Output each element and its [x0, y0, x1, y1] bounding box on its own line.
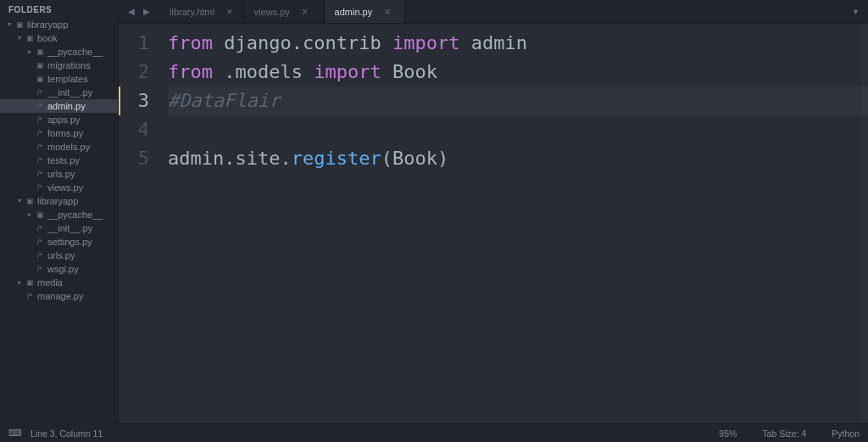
file-icon: /*: [34, 249, 46, 261]
tree-file[interactable]: /*models.py: [0, 140, 118, 154]
tab-close-icon[interactable]: ×: [226, 6, 233, 17]
tab-label: library.html: [170, 7, 214, 17]
folder-icon: ▣: [24, 277, 36, 288]
code-line[interactable]: #DataFlair: [168, 87, 868, 115]
code-line[interactable]: from django.contrib import admin: [168, 29, 868, 58]
file-icon: /*: [34, 182, 46, 193]
tab[interactable]: views.py×: [244, 0, 325, 23]
code-line[interactable]: [168, 115, 868, 144]
tree-file[interactable]: /*apps.py: [0, 113, 118, 126]
tree-item-label: models.py: [46, 141, 90, 153]
tree-item-label: __init__.py: [46, 222, 92, 234]
folder-icon: ▣: [34, 209, 46, 221]
editor-area: ◀ ▶ library.html×views.py×admin.py× ▼ 12…: [119, 0, 868, 423]
file-icon: /*: [34, 127, 46, 139]
tab-close-icon[interactable]: ×: [384, 6, 391, 17]
tree-folder[interactable]: ▸▣__pycache__: [0, 208, 118, 221]
line-number: 1: [119, 29, 149, 58]
status-language[interactable]: Python: [832, 428, 860, 439]
tree-file[interactable]: /*manage.py: [0, 289, 118, 303]
tree-file[interactable]: /*__init__.py: [0, 221, 118, 235]
tree-item-label: __pycache__: [46, 46, 103, 58]
tree-folder[interactable]: ▾▣book: [0, 31, 118, 45]
tree-folder[interactable]: ▣migrations: [0, 59, 118, 72]
nav-forward-icon[interactable]: ▶: [141, 6, 153, 18]
tree-item-label: settings.py: [46, 236, 92, 248]
status-tabsize[interactable]: Tab Size: 4: [762, 428, 806, 439]
file-icon: /*: [34, 236, 46, 248]
file-icon: /*: [24, 290, 36, 302]
file-icon: /*: [34, 222, 46, 234]
status-position: Line 3, Column 11: [31, 428, 103, 439]
tree-item-label: __init__.py: [46, 87, 92, 98]
tree-file[interactable]: /*admin.py: [0, 99, 118, 113]
tree-item-label: manage.py: [36, 290, 83, 302]
tree-file[interactable]: /*wsgi.py: [0, 262, 118, 276]
file-icon: /*: [34, 154, 46, 166]
folder-icon: ▣: [34, 46, 46, 58]
code-line[interactable]: admin.site.register(Book): [168, 144, 868, 173]
tree-item-label: __pycache__: [46, 209, 103, 221]
file-icon: /*: [34, 141, 46, 153]
tab-bar: ◀ ▶ library.html×views.py×admin.py× ▼: [119, 0, 868, 24]
folder-icon: ▣: [34, 73, 46, 85]
status-zoom[interactable]: 95%: [719, 428, 737, 439]
gutter: 12345: [119, 24, 163, 423]
tree-item-label: forms.py: [46, 127, 83, 139]
tab[interactable]: library.html×: [159, 0, 244, 23]
tab[interactable]: admin.py×: [325, 0, 405, 23]
tree-folder[interactable]: ▾▣libraryapp: [0, 18, 118, 31]
tree-item-label: book: [36, 32, 58, 44]
disclosure-arrow-icon[interactable]: ▾: [15, 195, 24, 207]
tree-item-label: urls.py: [46, 249, 75, 261]
line-number: 3: [119, 87, 149, 115]
tree-file[interactable]: /*tests.py: [0, 154, 118, 167]
disclosure-arrow-icon[interactable]: ▸: [15, 277, 24, 288]
tree-file[interactable]: /*settings.py: [0, 235, 118, 249]
tab-label: admin.py: [335, 7, 373, 17]
tree-file[interactable]: /*__init__.py: [0, 86, 118, 99]
line-number: 2: [119, 58, 149, 87]
tree-folder[interactable]: ▸▣__pycache__: [0, 45, 118, 59]
tree-file[interactable]: /*views.py: [0, 181, 118, 194]
folder-icon: ▣: [24, 195, 36, 207]
tree-file[interactable]: /*forms.py: [0, 126, 118, 140]
file-icon: /*: [34, 114, 46, 126]
folder-icon: ▣: [34, 59, 46, 71]
disclosure-arrow-icon[interactable]: ▾: [15, 32, 24, 44]
code-line[interactable]: from .models import Book: [168, 58, 868, 87]
console-icon[interactable]: ⌨: [8, 428, 22, 439]
disclosure-arrow-icon[interactable]: ▸: [25, 46, 34, 58]
tree-folder[interactable]: ▸▣media: [0, 276, 118, 289]
tree-file[interactable]: /*urls.py: [0, 167, 118, 181]
sidebar: FOLDERS ▾▣libraryapp▾▣book▸▣__pycache__▣…: [0, 0, 119, 423]
tree-item-label: apps.py: [46, 114, 81, 126]
nav-back-icon[interactable]: ◀: [125, 6, 137, 18]
tab-close-icon[interactable]: ×: [302, 6, 309, 17]
tree-item-label: urls.py: [46, 168, 75, 180]
file-icon: /*: [34, 100, 46, 112]
tree-folder[interactable]: ▣templates: [0, 72, 118, 86]
tab-label: views.py: [254, 7, 290, 17]
sidebar-header: FOLDERS: [0, 0, 118, 18]
disclosure-arrow-icon[interactable]: ▾: [5, 19, 14, 31]
code-editor[interactable]: 12345 from django.contrib import adminfr…: [119, 24, 868, 423]
tree-folder[interactable]: ▾▣libraryapp: [0, 194, 118, 208]
tree-item-label: views.py: [46, 182, 83, 193]
disclosure-arrow-icon[interactable]: ▸: [25, 209, 34, 221]
tree-item-label: migrations: [46, 59, 91, 71]
file-tree[interactable]: ▾▣libraryapp▾▣book▸▣__pycache__▣migratio…: [0, 18, 118, 423]
tree-item-label: admin.py: [46, 100, 86, 112]
tab-overflow-icon[interactable]: ▼: [843, 0, 868, 23]
tree-item-label: tests.py: [46, 154, 80, 166]
minimap[interactable]: [861, 24, 868, 423]
tree-file[interactable]: /*urls.py: [0, 249, 118, 262]
tree-item-label: media: [36, 277, 63, 288]
folder-icon: ▣: [14, 19, 25, 31]
file-icon: /*: [34, 168, 46, 180]
file-icon: /*: [34, 87, 46, 98]
code-body[interactable]: from django.contrib import adminfrom .mo…: [163, 24, 868, 423]
tree-item-label: libraryapp: [25, 19, 68, 31]
status-bar: ⌨ Line 3, Column 11 95% Tab Size: 4 Pyth…: [0, 423, 868, 442]
tabs: library.html×views.py×admin.py×: [159, 0, 405, 23]
